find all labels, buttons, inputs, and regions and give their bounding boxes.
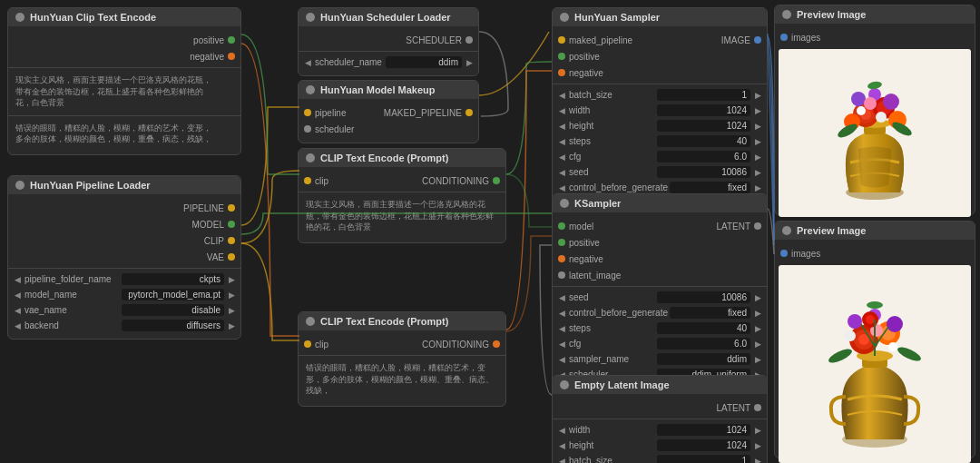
ks-divider [553, 286, 767, 287]
cfg-left-arrow[interactable]: ◀ [556, 152, 567, 163]
ks-latent-out: LATENT [716, 222, 761, 232]
ks-ctrl-right[interactable]: ▶ [752, 308, 763, 319]
preview-bottom-images-in: images [780, 249, 820, 259]
sampler-status-dot [560, 13, 569, 22]
sampler-neg-in: negative [558, 68, 603, 78]
clip-pos-title: CLIP Text Encode (Prompt) [320, 153, 448, 163]
model-name-left-arrow[interactable]: ◀ [12, 290, 23, 300]
height-right-arrow[interactable]: ▶ [752, 121, 763, 132]
width-right-arrow[interactable]: ▶ [752, 105, 763, 116]
vae-name-left-arrow[interactable]: ◀ [12, 305, 23, 316]
steps-left-arrow[interactable]: ◀ [556, 136, 567, 147]
steps-field-sampler: ◀ steps 40 ▶ [553, 133, 767, 149]
model-name-field: ◀ model_name pytorch_model_ema.pt ▶ [8, 287, 240, 302]
pipeline-status-dot [15, 181, 24, 190]
ks-ctrl-left[interactable]: ◀ [556, 308, 567, 319]
mm-scheduler-row: scheduler [299, 121, 478, 137]
ctrl-left-arrow[interactable]: ◀ [556, 182, 567, 193]
mm-scheduler-in: scheduler [304, 124, 354, 134]
hunyuan-scheduler-node: HunYuan Scheduler Loader SCHEDULER ◀ sch… [298, 7, 479, 76]
batch-left-arrow[interactable]: ◀ [556, 90, 567, 101]
cfg-right-arrow[interactable]: ▶ [752, 152, 763, 163]
preview-top-images-row: images [775, 29, 975, 45]
mm-pipeline-in-dot [304, 109, 311, 116]
seed-left-arrow[interactable]: ◀ [556, 167, 567, 178]
ks-steps-right[interactable]: ▶ [752, 323, 763, 334]
svg-point-30 [887, 316, 903, 332]
negative-port: negative [190, 52, 235, 62]
steps-right-arrow[interactable]: ▶ [752, 136, 763, 147]
ks-ctrl-field: ◀ control_before_generate fixed ▶ [553, 305, 767, 320]
hunyuan-pipeline-title: HunYuan Pipeline Loader [30, 180, 151, 191]
ks-steps-field: ◀ steps 40 ▶ [553, 320, 767, 336]
ks-neg-in: negative [558, 254, 603, 264]
scheduler-name-left-arrow[interactable]: ◀ [302, 57, 313, 68]
vae-name-right-arrow[interactable]: ▶ [226, 305, 237, 316]
model-makeup-status-dot [306, 85, 315, 94]
ks-sampler-left[interactable]: ◀ [556, 354, 567, 365]
pipeline-folder-left-arrow[interactable]: ◀ [12, 274, 23, 285]
ks-seed-left[interactable]: ◀ [556, 292, 567, 303]
clip-text1: 现实主义风格，画面主要描述一个巴洛克风格的花瓶，带有金色的装饰边框，花瓶上盛开着… [8, 71, 226, 113]
seed-right-arrow[interactable]: ▶ [752, 167, 763, 178]
height-left-arrow[interactable]: ◀ [556, 121, 567, 132]
sampler-neg-row: negative [553, 64, 767, 81]
clip-neg-divider [299, 355, 505, 356]
batch-right-arrow[interactable]: ▶ [752, 90, 763, 101]
node-canvas: HunYuan Clip Text Encode positive negati… [0, 0, 980, 463]
clip-neg-text: 错误的眼睛，糟糕的人脸，模糊，糟糕的艺术，变形，多余的肢体，模糊的颜色，模糊、重… [299, 359, 505, 400]
mm-pipeline-in: pipeline [304, 108, 346, 118]
backend-right-arrow[interactable]: ▶ [226, 320, 237, 331]
vae-out-dot [228, 253, 235, 261]
clip-pos-text: 现实主义风格，画面主要描述一个巴洛克风格的花瓶，带有金色的装饰边框，花瓶上盛开着… [299, 195, 505, 237]
scheduler-name-field: ◀ scheduler_name ddim ▶ [299, 54, 478, 70]
model-makeup-body: pipeline MAKED_PIPELINE scheduler [299, 99, 478, 143]
width-left-arrow[interactable]: ◀ [556, 105, 567, 116]
mm-maked-dot [466, 109, 473, 116]
positive-port-row: positive [8, 32, 240, 48]
preview-top-images-dot [780, 34, 788, 41]
clip-neg-clip-in: clip [304, 340, 328, 350]
ks-steps-left[interactable]: ◀ [556, 323, 567, 334]
batch-size-field: ◀ batch_size 1 ▶ [553, 87, 767, 103]
ks-sampler-right[interactable]: ▶ [752, 354, 763, 365]
scheduler-name-right-arrow[interactable]: ▶ [464, 57, 475, 68]
preview-top-header: Preview Image [775, 5, 975, 24]
ks-cfg-field: ◀ cfg 6.0 ▶ [553, 336, 767, 351]
ks-cfg-right[interactable]: ▶ [752, 339, 763, 350]
hunyuan-pipeline-header: HunYuan Pipeline Loader [8, 176, 240, 194]
model-name-right-arrow[interactable]: ▶ [226, 290, 237, 300]
preview-bottom-title: Preview Image [797, 225, 866, 236]
mm-maked-out: MAKED_PIPELINE [384, 108, 473, 118]
sampler-divider [553, 84, 767, 84]
ksampler-title: KSampler [574, 198, 621, 209]
el-batch-right[interactable]: ▶ [752, 456, 763, 464]
ks-sampler-field: ◀ sampler_name ddim ▶ [553, 351, 767, 367]
preview-top-node: Preview Image images [774, 5, 975, 215]
empty-latent-body: LATENT ◀ width 1024 ▶ ◀ height 1024 ▶ ◀ … [553, 394, 767, 463]
ks-cfg-left[interactable]: ◀ [556, 339, 567, 350]
scheduler-divider [299, 51, 478, 52]
svg-point-36 [866, 315, 875, 324]
el-height-left[interactable]: ◀ [556, 440, 567, 451]
ctrl-right-arrow[interactable]: ▶ [752, 182, 763, 193]
model-out-port: MODEL [191, 220, 235, 230]
clip-neg-cond-out: CONDITIONING [422, 340, 500, 350]
backend-left-arrow[interactable]: ◀ [12, 320, 23, 331]
el-width-right[interactable]: ▶ [752, 425, 763, 436]
el-batch-left[interactable]: ◀ [556, 456, 567, 464]
mm-scheduler-in-dot [304, 125, 311, 133]
ks-seed-right[interactable]: ▶ [752, 292, 763, 303]
backend-field: ◀ backend diffusers ▶ [8, 318, 240, 333]
clip-pos-cond-out: CONDITIONING [422, 176, 500, 186]
el-width-left[interactable]: ◀ [556, 425, 567, 436]
clip-neg-io-row: clip CONDITIONING [299, 336, 505, 352]
pipeline-folder-right-arrow[interactable]: ▶ [226, 274, 237, 285]
vae-out-row: VAE [8, 249, 240, 265]
empty-latent-node: Empty Latent Image LATENT ◀ width 1024 ▶… [552, 375, 768, 463]
el-height-right[interactable]: ▶ [752, 440, 763, 451]
sampler-image-out: IMAGE [721, 35, 761, 45]
preview-bottom-body: images [775, 240, 975, 463]
scheduler-header: HunYuan Scheduler Loader [299, 8, 478, 26]
sampler-neg-dot [558, 69, 565, 76]
